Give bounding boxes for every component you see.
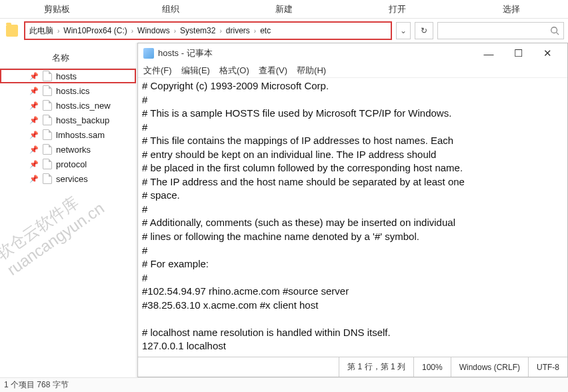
column-header-name[interactable]: 名称 bbox=[0, 49, 136, 69]
crumb[interactable]: Windows bbox=[135, 26, 173, 35]
file-name: hosts bbox=[56, 71, 77, 81]
file-name: hosts.ics_new bbox=[56, 101, 111, 111]
watermark: 软仓云软件库 ruancangyun.cn bbox=[0, 183, 108, 280]
status-encoding: UTF-8 bbox=[528, 357, 567, 377]
crumb[interactable]: etc bbox=[257, 26, 273, 35]
refresh-icon: ↻ bbox=[421, 26, 427, 35]
file-row[interactable]: 📌hosts.ics_new bbox=[0, 98, 136, 113]
minimize-button[interactable]: ― bbox=[474, 43, 503, 63]
pin-icon: 📌 bbox=[29, 160, 39, 169]
close-icon: ✕ bbox=[543, 47, 552, 59]
pin-icon: 📌 bbox=[29, 72, 39, 81]
minimize-icon: ― bbox=[484, 48, 494, 59]
pin-icon: 📌 bbox=[29, 145, 39, 154]
crumb[interactable]: drivers bbox=[223, 26, 253, 35]
explorer-ribbon-groups: 剪贴板 组织 新建 打开 选择 bbox=[0, 0, 568, 19]
file-name: services bbox=[56, 174, 88, 184]
document-icon bbox=[43, 144, 52, 155]
svg-point-0 bbox=[551, 27, 557, 33]
address-row: 此电脑› Win10Prox64 (C:)› Windows› System32… bbox=[0, 19, 568, 43]
menu-view[interactable]: 查看(V) bbox=[259, 65, 287, 77]
file-name: hosts.ics bbox=[56, 86, 90, 96]
file-row[interactable]: 📌protocol bbox=[0, 157, 136, 171]
file-row[interactable]: 📌hosts_backup bbox=[0, 113, 136, 127]
maximize-icon: ☐ bbox=[514, 47, 523, 59]
status-eol: Windows (CRLF) bbox=[451, 357, 528, 377]
document-icon bbox=[43, 129, 52, 140]
file-row[interactable]: 📌services bbox=[0, 171, 136, 186]
document-icon bbox=[43, 159, 52, 169]
file-row[interactable]: 📌hosts bbox=[0, 69, 136, 83]
ribbon-select[interactable]: 选择 bbox=[455, 3, 568, 15]
crumb[interactable]: Win10Prox64 (C:) bbox=[61, 26, 129, 35]
folder-icon bbox=[6, 25, 18, 37]
status-text: 1 个项目 768 字节 bbox=[4, 379, 69, 391]
notepad-text-area[interactable]: # Copyright (c) 1993-2009 Microsoft Corp… bbox=[138, 78, 567, 357]
crumb[interactable]: 此电脑 bbox=[27, 25, 56, 37]
svg-line-1 bbox=[557, 33, 559, 35]
menu-file[interactable]: 文件(F) bbox=[143, 65, 172, 77]
menu-edit[interactable]: 编辑(E) bbox=[181, 65, 210, 77]
file-name: networks bbox=[56, 145, 91, 155]
notepad-titlebar[interactable]: hosts - 记事本 ― ☐ ✕ bbox=[138, 43, 567, 63]
menu-help[interactable]: 帮助(H) bbox=[297, 65, 326, 77]
notepad-title: hosts - 记事本 bbox=[158, 47, 474, 59]
chevron-right-icon: › bbox=[173, 27, 177, 35]
up-one-level-icon[interactable] bbox=[4, 23, 20, 39]
chevron-down-icon: ⌄ bbox=[400, 26, 407, 35]
address-dropdown[interactable]: ⌄ bbox=[396, 22, 411, 39]
notepad-window: hosts - 记事本 ― ☐ ✕ 文件(F) 编辑(E) 格式(O) 查看(V… bbox=[137, 43, 568, 377]
status-position: 第 1 行，第 1 列 bbox=[339, 357, 413, 377]
file-name: protocol bbox=[56, 159, 87, 169]
chevron-right-icon: › bbox=[218, 27, 223, 35]
file-name: lmhosts.sam bbox=[56, 130, 105, 140]
maximize-button[interactable]: ☐ bbox=[503, 43, 533, 63]
crumb[interactable]: System32 bbox=[177, 26, 218, 35]
ribbon-open[interactable]: 打开 bbox=[341, 3, 454, 15]
file-row[interactable]: 📌networks bbox=[0, 142, 136, 157]
pin-icon: 📌 bbox=[29, 175, 39, 183]
file-row[interactable]: 📌hosts.ics bbox=[0, 83, 136, 98]
refresh-button[interactable]: ↻ bbox=[415, 22, 433, 39]
chevron-right-icon: › bbox=[56, 27, 61, 35]
pin-icon: 📌 bbox=[29, 131, 39, 139]
document-icon bbox=[43, 173, 52, 184]
file-list-pane: 名称 📌hosts📌hosts.ics📌hosts.ics_new📌hosts_… bbox=[0, 43, 137, 377]
pin-icon: 📌 bbox=[29, 87, 39, 95]
document-icon bbox=[43, 100, 52, 111]
ribbon-clipboard[interactable]: 剪贴板 bbox=[0, 3, 113, 15]
document-icon bbox=[43, 85, 52, 96]
pin-icon: 📌 bbox=[29, 116, 39, 125]
pin-icon: 📌 bbox=[29, 101, 39, 110]
file-row[interactable]: 📌lmhosts.sam bbox=[0, 127, 136, 142]
ribbon-new[interactable]: 新建 bbox=[227, 3, 341, 15]
document-icon bbox=[43, 71, 52, 81]
search-input[interactable] bbox=[437, 22, 564, 39]
ribbon-organize[interactable]: 组织 bbox=[113, 3, 227, 15]
search-icon bbox=[546, 26, 563, 35]
notepad-statusbar: 第 1 行，第 1 列 100% Windows (CRLF) UTF-8 bbox=[138, 357, 567, 377]
chevron-right-icon: › bbox=[130, 27, 135, 35]
status-zoom: 100% bbox=[413, 357, 451, 377]
menu-format[interactable]: 格式(O) bbox=[219, 65, 249, 77]
document-icon bbox=[43, 115, 52, 125]
notepad-menubar: 文件(F) 编辑(E) 格式(O) 查看(V) 帮助(H) bbox=[138, 63, 567, 78]
breadcrumb-bar[interactable]: 此电脑› Win10Prox64 (C:)› Windows› System32… bbox=[24, 21, 392, 40]
chevron-right-icon: › bbox=[253, 27, 257, 35]
close-button[interactable]: ✕ bbox=[533, 43, 562, 63]
notepad-app-icon bbox=[143, 48, 154, 59]
explorer-statusbar: 1 个项目 768 字节 bbox=[0, 377, 568, 392]
file-name: hosts_backup bbox=[56, 115, 109, 125]
